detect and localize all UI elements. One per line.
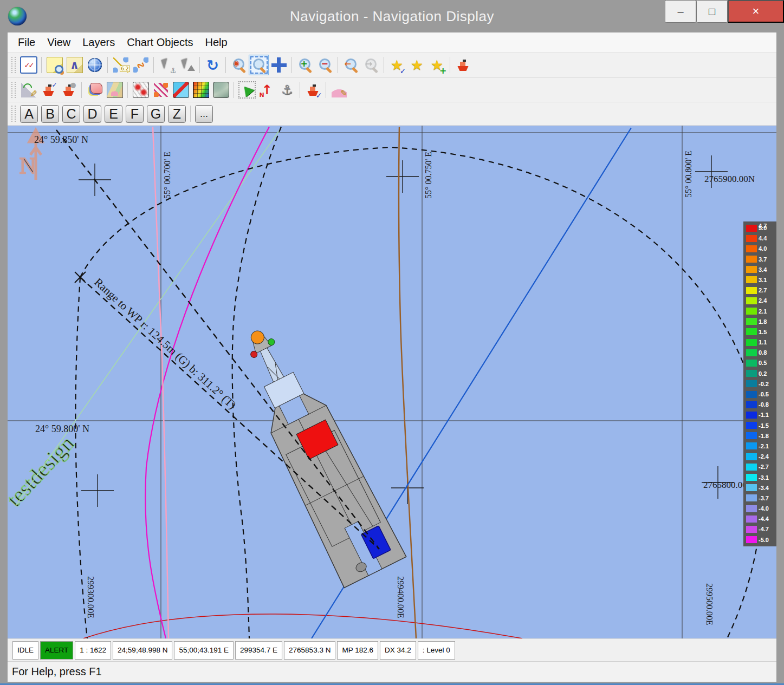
select-object-button[interactable] (177, 55, 197, 75)
legend-value: -0.2 (759, 381, 769, 387)
toolbar-letter-g[interactable]: G (147, 105, 165, 123)
toolbar-letter-z[interactable]: Z (168, 105, 186, 123)
menu-chart-objects[interactable]: Chart Objects (121, 32, 199, 52)
close-button[interactable]: × (728, 0, 784, 23)
legend-color-swatch (746, 401, 757, 408)
menu-view[interactable]: View (41, 32, 76, 52)
track-history-button[interactable] (151, 80, 171, 100)
survey-checklist-button[interactable]: ✓✓ (18, 55, 38, 75)
lat-label-top: 24° 59.850' N (34, 134, 88, 145)
legend-value: -1.1 (759, 412, 769, 418)
status-dx: DX 34.2 (380, 641, 416, 660)
legend-entry-4.0: 4.0 (746, 244, 776, 253)
find-notes-button[interactable] (44, 55, 64, 75)
zoom-overview-button[interactable]: ◉ (229, 55, 249, 75)
legend-entry--2.4: -2.4 (746, 452, 776, 461)
vessel-view-button[interactable] (453, 55, 473, 75)
measure-area-button[interactable]: ✎ (18, 80, 38, 100)
zoom-next-button[interactable]: → (361, 55, 381, 75)
favorite-button[interactable]: ★ (407, 55, 427, 75)
legend-color-swatch (746, 266, 757, 273)
anchor-button[interactable]: ⚓ (277, 80, 297, 100)
toolbar-letter-c[interactable]: C (62, 105, 80, 123)
sonar-vessel-button[interactable]: ● (59, 80, 79, 100)
legend-value: -4.7 (759, 526, 769, 532)
measure-distance-icon: 6.2 (113, 57, 128, 73)
toolbar-separator (190, 106, 191, 122)
zoom-window-button[interactable] (249, 55, 269, 75)
north-up-button[interactable]: ↑ (257, 80, 277, 100)
status-northing: 2765853.3 N (284, 641, 335, 660)
legend-color-swatch (746, 391, 757, 398)
toolbar-separator (234, 82, 234, 98)
legend-entry-1.8: 1.8 (746, 317, 776, 327)
survey-vessel-find-button[interactable]: ✓ (38, 80, 59, 100)
zoom-in-icon: + (297, 57, 313, 73)
legend-entry-2.4: 2.4 (746, 296, 776, 305)
zoom-out-button[interactable]: − (315, 55, 335, 75)
favorite-check-button[interactable]: ★ (387, 55, 407, 75)
legend-color-swatch (746, 308, 757, 315)
intensity-icon (133, 82, 149, 98)
toolbar-letter-f[interactable]: F (126, 105, 144, 123)
toolbar-separator (291, 57, 292, 73)
toolbar-letter-a[interactable]: A (20, 105, 38, 123)
legend-color-swatch (746, 536, 757, 543)
imagery-button[interactable] (211, 80, 231, 100)
contour-edit-button[interactable]: ✎ (329, 80, 349, 100)
toolbar-letter-d[interactable]: D (83, 105, 101, 123)
vessel-check-button[interactable]: ✓ (303, 80, 323, 100)
legend-value: -3.4 (759, 485, 769, 491)
legend-value: 0.8 (759, 349, 767, 356)
more-bookmarks-button[interactable]: ... (195, 105, 213, 123)
legend-value: -2.4 (759, 453, 769, 460)
follow-vessel-button[interactable] (237, 80, 257, 100)
legend-color-swatch (746, 442, 757, 449)
favorite-add-button[interactable]: ★ (427, 55, 447, 75)
chart-canvas[interactable]: N testdesign (8, 126, 776, 638)
legend-value: 1.5 (759, 329, 767, 335)
menu-file[interactable]: File (12, 32, 41, 52)
toolbar-separator (450, 57, 450, 73)
route-points-icon: ∿ (133, 57, 148, 73)
toolbar-grip[interactable] (11, 106, 16, 122)
toolbar-separator (199, 57, 200, 73)
color-grid-button[interactable] (191, 80, 211, 100)
toolbar-main: ✓✓∧6.2∿⚓↻◉+−←→★★★ (8, 53, 776, 78)
select-anchor-button[interactable]: ⚓ (157, 55, 177, 75)
toolbar-grip[interactable] (11, 82, 16, 98)
refresh-button[interactable]: ↻ (203, 55, 223, 75)
menu-bar: FileViewLayersChart ObjectsHelp (8, 32, 776, 53)
legend-value: 4.0 (759, 245, 767, 252)
minimize-button[interactable]: – (665, 0, 696, 23)
zoom-previous-button[interactable]: ← (341, 55, 361, 75)
legend-value: -2.7 (759, 464, 769, 470)
route-points-button[interactable]: ∿ (131, 55, 151, 75)
zoom-in-button[interactable]: + (295, 55, 315, 75)
legend-entry--0.5: -0.5 (746, 389, 776, 399)
intensity-button[interactable] (131, 80, 151, 100)
legend-entry-0.2: 0.2 (746, 369, 776, 379)
legend-entry--0.2: -0.2 (746, 379, 776, 389)
maximize-button[interactable]: □ (696, 0, 728, 23)
chart-map-button[interactable] (105, 80, 125, 100)
favorite-add-icon: ★ (430, 57, 445, 73)
menu-help[interactable]: Help (199, 32, 234, 52)
toolbar-letter-e[interactable]: E (105, 105, 122, 123)
legend-value: -0.5 (759, 391, 769, 397)
legend-value: 2.1 (759, 308, 767, 315)
legend-color-swatch (746, 256, 757, 263)
imagery-icon (213, 82, 229, 98)
legend-color-swatch (746, 474, 757, 481)
legend-value: 3.4 (759, 266, 767, 273)
globe-button[interactable] (85, 55, 105, 75)
chart-layers-button[interactable] (85, 80, 105, 100)
slope-button[interactable] (171, 80, 191, 100)
toolbar-grip[interactable] (11, 57, 16, 73)
menu-layers[interactable]: Layers (76, 32, 121, 52)
pan-button[interactable] (269, 55, 289, 75)
legend-value: -3.7 (759, 495, 769, 501)
measure-distance-button[interactable]: 6.2 (111, 55, 131, 75)
dividers-button[interactable]: ∧ (64, 55, 85, 75)
toolbar-letter-b[interactable]: B (41, 105, 59, 123)
